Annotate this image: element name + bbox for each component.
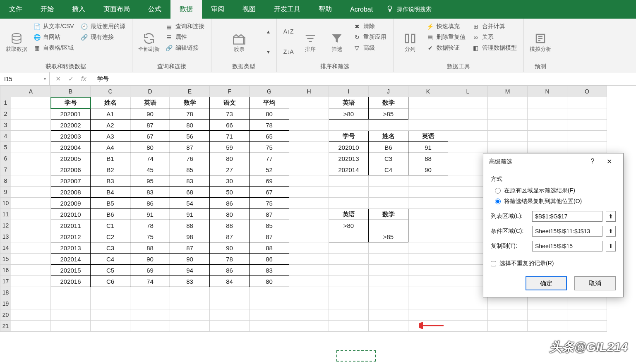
properties-button[interactable]: ☰属性 xyxy=(164,33,206,42)
cell-L12[interactable] xyxy=(448,220,488,231)
filter-button[interactable]: 筛选 xyxy=(325,22,348,61)
cell-H17[interactable] xyxy=(289,276,329,287)
tab-data[interactable]: 数据 xyxy=(170,0,202,19)
cell-D7[interactable]: 45 xyxy=(130,164,170,175)
cell-C7[interactable]: B2 xyxy=(91,164,130,175)
cell-J16[interactable] xyxy=(369,265,408,276)
cell-F5[interactable]: 59 xyxy=(210,142,250,153)
cell-B9[interactable]: 202008 xyxy=(51,187,91,198)
cell-M3[interactable] xyxy=(488,120,528,131)
cell-A12[interactable] xyxy=(11,220,51,231)
cell-A10[interactable] xyxy=(11,198,51,209)
cell-J11[interactable]: 数学 xyxy=(369,209,408,220)
cell-E19[interactable] xyxy=(170,298,210,309)
name-box[interactable]: I15 xyxy=(0,72,50,85)
cell-C4[interactable]: A3 xyxy=(91,131,130,142)
cell-J9[interactable] xyxy=(369,187,408,198)
cell-D21[interactable] xyxy=(130,321,170,332)
cell-I16[interactable] xyxy=(329,265,369,276)
cell-I7[interactable]: 202014 xyxy=(329,164,369,175)
cell-J1[interactable]: 数学 xyxy=(369,97,408,108)
cell-K5[interactable]: 91 xyxy=(408,142,448,153)
cell-K7[interactable]: 90 xyxy=(408,164,448,175)
tab-acrobat[interactable]: Acrobat xyxy=(341,0,382,19)
cell-C16[interactable]: C5 xyxy=(91,265,130,276)
cell-I9[interactable] xyxy=(329,187,369,198)
unique-records-check[interactable]: 选择不重复的记录(R) xyxy=(491,256,616,271)
cell-O3[interactable] xyxy=(567,120,607,131)
data-validate-button[interactable]: ✔数据验证 xyxy=(425,43,467,53)
col-header-N[interactable]: N xyxy=(528,86,567,97)
cell-L4[interactable] xyxy=(448,131,488,142)
cell-J3[interactable] xyxy=(369,120,408,131)
cell-A7[interactable] xyxy=(11,164,51,175)
cell-D19[interactable] xyxy=(130,298,170,309)
cell-L18[interactable] xyxy=(448,287,488,298)
cell-A14[interactable] xyxy=(11,242,51,254)
cell-G3[interactable]: 78 xyxy=(250,120,289,131)
col-header-F[interactable]: F xyxy=(210,86,250,97)
sort-asc-button[interactable]: A↓Z xyxy=(282,27,295,36)
cell-H16[interactable] xyxy=(289,265,329,276)
cell-M20[interactable] xyxy=(488,309,528,321)
reapply-button[interactable]: ↻重新应用 xyxy=(352,33,388,42)
tab-review[interactable]: 审阅 xyxy=(202,0,233,19)
cell-K14[interactable] xyxy=(408,242,448,254)
row-header-7[interactable]: 7 xyxy=(0,164,11,175)
cell-L11[interactable] xyxy=(448,209,488,220)
cell-H9[interactable] xyxy=(289,187,329,198)
tab-formula[interactable]: 公式 xyxy=(139,0,170,19)
row-header-2[interactable]: 2 xyxy=(0,108,11,120)
cell-G9[interactable]: 67 xyxy=(250,187,289,198)
cell-A8[interactable] xyxy=(11,175,51,187)
whatif-button[interactable]: 模拟分析 xyxy=(529,22,552,61)
cell-J6[interactable]: C3 xyxy=(369,153,408,164)
cell-E4[interactable]: 56 xyxy=(170,131,210,142)
cell-I2[interactable]: >80 xyxy=(329,108,369,120)
cell-L20[interactable] xyxy=(448,309,488,321)
col-header-J[interactable]: J xyxy=(369,86,408,97)
cell-H10[interactable] xyxy=(289,198,329,209)
from-csv-button[interactable]: 📄从文本/CSV xyxy=(31,22,76,31)
col-header-O[interactable]: O xyxy=(567,86,607,97)
tab-dev[interactable]: 开发工具 xyxy=(265,0,310,19)
cell-F14[interactable]: 90 xyxy=(210,242,250,254)
cell-H7[interactable] xyxy=(289,164,329,175)
row-header-20[interactable]: 20 xyxy=(0,309,11,321)
cell-D1[interactable]: 英语 xyxy=(130,97,170,108)
cell-A21[interactable] xyxy=(11,321,51,332)
cell-A1[interactable] xyxy=(11,97,51,108)
cell-B2[interactable]: 202001 xyxy=(51,108,91,120)
cell-H11[interactable] xyxy=(289,209,329,220)
cell-B15[interactable]: 202014 xyxy=(51,254,91,265)
cell-F8[interactable]: 30 xyxy=(210,175,250,187)
cell-H18[interactable] xyxy=(289,287,329,298)
cell-L7[interactable] xyxy=(448,164,488,175)
cell-C11[interactable]: B6 xyxy=(91,209,130,220)
cell-E6[interactable]: 76 xyxy=(170,153,210,164)
cell-K11[interactable] xyxy=(408,209,448,220)
col-header-I[interactable]: I xyxy=(329,86,369,97)
cell-C6[interactable]: B1 xyxy=(91,153,130,164)
cell-J7[interactable]: C4 xyxy=(369,164,408,175)
cell-F6[interactable]: 80 xyxy=(210,153,250,164)
cell-C8[interactable]: B3 xyxy=(91,175,130,187)
cell-E8[interactable]: 83 xyxy=(170,175,210,187)
cell-A13[interactable] xyxy=(11,231,51,242)
cell-D6[interactable]: 74 xyxy=(130,153,170,164)
cell-K10[interactable] xyxy=(408,198,448,209)
dialog-help-button[interactable]: ? xyxy=(584,158,601,165)
cell-L21[interactable] xyxy=(448,321,488,332)
cell-D9[interactable]: 83 xyxy=(130,187,170,198)
row-header-10[interactable]: 10 xyxy=(0,198,11,209)
cell-G21[interactable] xyxy=(250,321,289,332)
col-header-D[interactable]: D xyxy=(130,86,170,97)
search-hint[interactable]: 操作说明搜索 xyxy=(382,0,436,19)
copy-to-input[interactable]: Sheet15!$I$15 xyxy=(532,241,602,251)
cell-N3[interactable] xyxy=(528,120,567,131)
cell-I14[interactable] xyxy=(329,242,369,254)
cell-F20[interactable] xyxy=(210,309,250,321)
cell-C19[interactable] xyxy=(91,298,130,309)
cell-I4[interactable]: 学号 xyxy=(329,131,369,142)
cell-F21[interactable] xyxy=(210,321,250,332)
